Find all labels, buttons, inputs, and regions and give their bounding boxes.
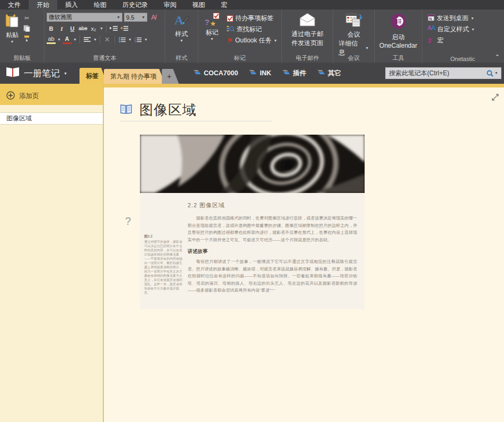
search-icon[interactable]: ▼ [487,70,501,77]
notebook-icon [5,66,20,81]
ribbon-group-tags: ? ★ 标记 ▼ 待办事项标签 查找标记 ⚑ [198,10,282,63]
title-underline [120,121,272,121]
paste-dropdown-arrow[interactable]: ▼ [11,40,14,44]
bullets-dropdown[interactable]: ▼ [128,38,132,42]
custom-styles-button[interactable]: A A 自定义样式 ▼ [428,24,501,35]
menu-tab-review[interactable]: 审阅 [156,0,184,10]
new-section-tab[interactable]: + [162,69,179,84]
notebook-switcher[interactable]: 一册笔记 ▼ [5,66,67,81]
macro-button[interactable]: 3 宏 [428,35,501,46]
ribbon-group-tools: 启动 OneCalendar 工具 [375,10,422,63]
onecalendar-button[interactable]: 启动 OneCalendar [377,12,420,50]
svg-text:3: 3 [135,40,136,42]
send-to-desktop-dropdown[interactable]: ▼ [471,16,474,21]
font-color-button[interactable]: A [63,36,72,44]
tag-dropdown-arrow[interactable]: ▼ [210,37,214,41]
bold-button[interactable]: B [47,24,56,33]
ribbon-group-basic-text: 微软雅黑▼ 9.5▼ A̸ B I U abe x₂ ▼ [45,10,165,63]
menu-tab-file[interactable]: 文件 [0,0,29,10]
ribbon-group-email: 通过电子邮 件发送页面 电子邮件 [282,10,333,63]
styles-icon: A [174,13,190,28]
find-tags-icon [227,25,234,34]
meeting-details-button[interactable]: 会议 详细信息▼ [335,12,372,58]
subscript-button[interactable]: x₂ [89,24,98,33]
collapse-ribbon-icon[interactable]: ⌃ [495,54,500,60]
section-group-coca7000[interactable]: COCA7000 [193,69,238,77]
copy-icon[interactable] [22,24,31,32]
styles-dropdown-arrow[interactable]: ▼ [180,39,183,43]
page-list-item-selected[interactable]: 图像区域 [0,112,103,125]
clear-formatting-icon[interactable]: A̸ [149,13,158,22]
menubar: 文件 开始 插入 绘图 历史记录 审阅 视图 宏 [0,0,504,10]
send-to-desktop-button[interactable]: N 发送到桌面 ▼ [428,13,501,24]
question-tag[interactable]: ? [125,215,131,227]
paragraph-align-dropdown[interactable]: ▼ [93,38,97,42]
search-scope-dropdown[interactable]: ▼ [494,71,498,75]
scan-text-page: 图2.2 通过对细节的选择，摄影者可以决定自己的照片有什么样的思想内容，并可以有… [140,193,365,309]
numbering-dropdown[interactable]: ▼ [144,38,148,42]
section-tab-tags[interactable]: 标签 [79,68,107,84]
scan-subheading: 讲述故事 [188,248,357,255]
outlook-tasks-button[interactable]: ⚑ Outlook 任务 ▼ [227,35,277,46]
underline-button[interactable]: U [68,24,77,33]
font-name-combo[interactable]: 微软雅黑▼ [47,13,122,22]
email-page-button[interactable]: 通过电子邮 件发送页面 [284,12,331,49]
section-tabs: 标签 第九期 待办事项 + [79,68,179,84]
calendar-icon [345,13,363,29]
scan-paragraph-1: 摄影者在选择画面格式的同时，也要对图像区域进行选择，或者说要决定将现实的哪一部分… [188,215,357,243]
outlook-tasks-dropdown[interactable]: ▼ [273,39,277,43]
page-title[interactable]: 图像区域 [139,101,197,119]
meeting-dropdown-arrow[interactable]: ▼ [365,46,369,50]
delete-icon[interactable]: ✕ [103,36,112,44]
add-page-icon [6,91,15,101]
add-page-button[interactable]: 添加页 [0,84,103,105]
section-tab-issue9-todo[interactable]: 第九期 待办事项 [104,69,165,84]
section-group-plugins[interactable]: 插件 [282,69,306,78]
menu-tab-macro[interactable]: 宏 [213,0,235,10]
ribbon-group-onetastic: N 发送到桌面 ▼ A A 自定义样式 ▼ 3 宏 [422,10,503,63]
font-effects-dropdown[interactable]: ▼ [100,27,103,31]
ribbon: 粘贴 ▼ ✂ 剪贴板 微软雅黑▼ [0,10,504,63]
menu-tab-insert[interactable]: 插入 [57,0,86,10]
ribbon-group-clipboard: 粘贴 ▼ ✂ 剪贴板 [0,10,45,63]
paste-button[interactable]: 粘贴 ▼ [2,12,22,45]
menu-tab-view[interactable]: 视图 [184,0,213,10]
find-tags-button[interactable]: 查找标记 [227,24,277,35]
notebook-navbar: 一册笔记 ▼ 标签 第九期 待办事项 + COCA7000 INK 插件 其它 [0,63,504,84]
search-box[interactable]: ▼ [385,67,501,79]
bullets-icon[interactable] [118,36,127,44]
tag-icon: ? ★ [205,13,219,27]
section-color-strip [104,84,504,87]
section-group-ink[interactable]: INK [249,69,271,77]
paragraph-align-icon[interactable] [83,36,92,44]
menu-tab-history[interactable]: 历史记录 [114,0,156,10]
onecalendar-icon [390,13,407,31]
strikethrough-button[interactable]: abe [78,24,87,33]
section-group-icon [193,69,201,77]
expand-page-icon[interactable] [492,93,499,103]
format-painter-icon[interactable] [22,34,31,42]
highlight-dropdown[interactable]: ▼ [57,38,61,42]
font-size-combo[interactable]: 9.5▼ [124,13,147,22]
font-color-dropdown[interactable]: ▼ [73,38,77,42]
decrease-indent-icon[interactable] [109,24,118,33]
italic-button[interactable]: I [57,24,66,33]
page-title-icon [120,104,132,117]
numbering-icon[interactable]: 123 [134,36,143,44]
embedded-scan-image[interactable]: 图2.2 通过对细节的选择，摄影者可以决定自己的照片有什么样的思想内容，并可以有… [140,135,365,309]
tag-button[interactable]: ? ★ 标记 ▼ [200,12,224,54]
paste-icon [5,13,19,29]
increase-indent-icon[interactable] [120,24,129,33]
search-input[interactable] [386,69,487,77]
highlight-button[interactable]: ab [47,36,56,44]
cut-icon[interactable]: ✂ [22,14,31,22]
custom-styles-dropdown[interactable]: ▼ [471,28,475,32]
todo-tag-button[interactable]: 待办事项标签 [227,13,277,24]
menu-tab-draw[interactable]: 绘图 [86,0,114,10]
menu-tab-home[interactable]: 开始 [29,0,57,10]
styles-button[interactable]: A 样式 ▼ [167,12,196,44]
section-group-icon [249,69,257,77]
section-group-other[interactable]: 其它 [317,69,341,78]
notebook-dropdown-arrow[interactable]: ▼ [64,72,67,76]
page-canvas[interactable]: 图像区域 ? [104,84,504,422]
